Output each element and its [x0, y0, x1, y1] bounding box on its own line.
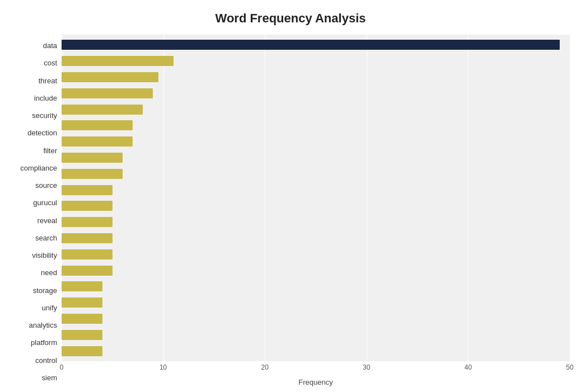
y-label: compliance: [11, 164, 57, 172]
y-label: security: [11, 112, 57, 119]
bars-container: [62, 35, 570, 361]
y-label: include: [11, 95, 57, 102]
bar: [62, 281, 102, 291]
y-label: visibility: [11, 252, 57, 259]
bar: [62, 346, 102, 356]
y-label: threat: [11, 77, 57, 84]
bar-row: [62, 265, 570, 277]
bar: [62, 266, 113, 276]
bar-row: [62, 184, 570, 196]
grid-line: [570, 35, 570, 361]
bar: [62, 185, 113, 195]
chart-area: datacostthreatincludesecuritydetectionfi…: [11, 35, 570, 386]
bar: [62, 40, 560, 50]
y-label: control: [11, 357, 57, 364]
bar-row: [62, 345, 570, 357]
bar: [62, 330, 102, 340]
bar-row: [62, 168, 570, 180]
bar-row: [62, 152, 570, 164]
bar-row: [62, 232, 570, 244]
y-label: platform: [11, 339, 57, 346]
x-tick: 10: [160, 363, 167, 371]
bar-row: [62, 39, 570, 51]
bar-row: [62, 216, 570, 228]
y-label: search: [11, 234, 57, 242]
bar: [62, 217, 113, 227]
plot-area: 01020304050 Frequency: [62, 35, 570, 386]
chart-container: Word Frequency Analysis datacostthreatin…: [0, 0, 581, 392]
bar-row: [62, 135, 570, 148]
bar-row: [62, 313, 570, 325]
bar: [62, 120, 133, 130]
y-label: siem: [11, 374, 57, 381]
bar: [62, 56, 174, 66]
y-label: reveal: [11, 217, 57, 224]
x-axis-label: Frequency: [62, 378, 570, 386]
bar: [62, 297, 102, 308]
bar: [62, 105, 143, 115]
y-label: analytics: [11, 322, 57, 329]
bar: [62, 201, 113, 211]
y-label: detection: [11, 129, 57, 136]
grid-and-bars: [62, 35, 570, 361]
bar-row: [62, 248, 570, 261]
y-label: need: [11, 269, 57, 276]
bar: [62, 249, 113, 259]
y-labels: datacostthreatincludesecuritydetectionfi…: [11, 35, 62, 386]
y-label: cost: [11, 59, 57, 67]
bar: [62, 72, 158, 82]
bar-row: [62, 329, 570, 341]
x-tick: 20: [261, 363, 269, 371]
bar-row: [62, 119, 570, 131]
bar-row: [62, 103, 570, 116]
bar-row: [62, 296, 570, 309]
y-label: data: [11, 42, 57, 49]
bar-row: [62, 280, 570, 292]
x-tick: 0: [60, 363, 64, 371]
bar-row: [62, 71, 570, 83]
x-tick: 50: [566, 363, 573, 371]
plot-and-axes: datacostthreatincludesecuritydetectionfi…: [11, 35, 570, 386]
y-label: unify: [11, 304, 57, 311]
bar-row: [62, 87, 570, 100]
bar: [62, 314, 102, 324]
bar-row: [62, 55, 570, 67]
y-label: gurucul: [11, 199, 57, 206]
bar-row: [62, 200, 570, 212]
chart-title: Word Frequency Analysis: [215, 11, 366, 26]
bar: [62, 169, 123, 179]
x-tick: 40: [465, 363, 472, 371]
y-label: filter: [11, 147, 57, 154]
bar: [62, 136, 133, 147]
y-label: storage: [11, 287, 57, 294]
y-label: source: [11, 182, 57, 189]
x-tick: 30: [363, 363, 370, 371]
bar: [62, 233, 113, 243]
bar: [62, 88, 153, 98]
bar: [62, 153, 123, 163]
x-ticks: 01020304050: [62, 363, 570, 375]
